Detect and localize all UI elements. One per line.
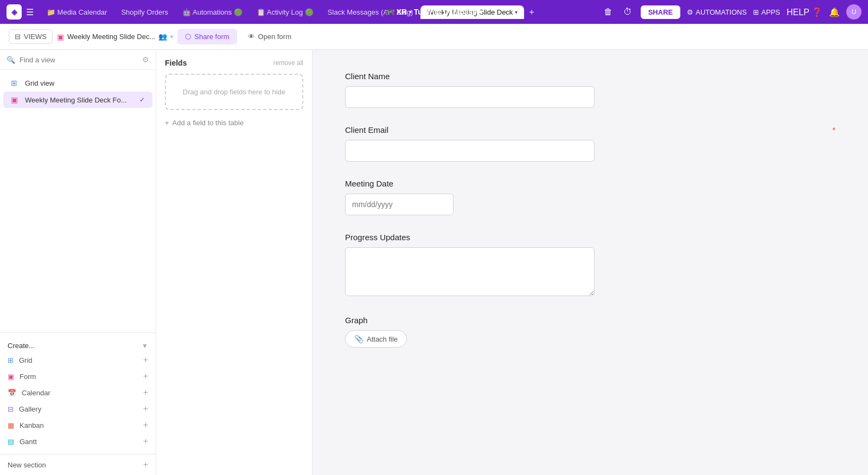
create-calendar-item[interactable]: 📅 Calendar +	[8, 384, 148, 401]
grid-view-icon: ⊞	[11, 79, 21, 87]
add-calendar-icon[interactable]: +	[143, 388, 148, 397]
create-form-item[interactable]: ▣ Form +	[8, 368, 148, 384]
views-toggle-button[interactable]: ⊟ VIEWS	[9, 29, 53, 44]
fields-title: Fields	[165, 59, 187, 67]
add-tab-icon[interactable]: ＋	[525, 4, 538, 20]
gantt-icon: ▤	[8, 438, 14, 446]
automations-button[interactable]: ⚙ AUTOMATIONS	[687, 8, 746, 16]
breadcrumb: ▣ Weekly Meeting Slide Dec... 👥 ▾	[57, 33, 173, 41]
form-field-progress-updates: Progress Updates	[345, 233, 835, 298]
user-avatar[interactable]: U	[846, 4, 861, 20]
top-nav: ◈ ☰ 📁 Media Calendar Shopify Orders 🤖 Au…	[0, 0, 868, 24]
nav-tab-dropdown-icon[interactable]: ▾	[515, 9, 518, 15]
nav-tabs: 📁 Media Calendar Shopify Orders 🤖 Automa…	[40, 4, 599, 20]
create-item-label: Calendar	[22, 389, 50, 397]
client-name-input[interactable]	[345, 86, 595, 108]
bell-icon[interactable]: 🔔	[829, 7, 840, 17]
form-field-meeting-date: Meeting Date	[345, 179, 835, 215]
create-chevron-icon[interactable]: ▼	[142, 342, 148, 350]
client-email-label: Client Email *	[345, 125, 835, 134]
nav-tab-shopify-orders[interactable]: Shopify Orders	[114, 5, 175, 19]
nav-tab-automations[interactable]: 🤖 Automations 🟢	[176, 5, 249, 19]
add-gantt-icon[interactable]: +	[143, 437, 148, 446]
nav-tab-media-calendar[interactable]: 📁 Media Calendar	[40, 5, 113, 19]
attach-file-button[interactable]: 📎 Attach file	[345, 330, 407, 348]
form-icon: ▣	[57, 33, 64, 41]
remove-all-button[interactable]: remove all	[273, 59, 303, 67]
automations-icon: ⚙	[687, 8, 693, 16]
nav-tab-label: Shopify Orders	[121, 8, 168, 16]
create-gallery-item[interactable]: ⊟ Gallery +	[8, 401, 148, 417]
settings-icon[interactable]: ⚙	[142, 55, 149, 64]
add-form-icon[interactable]: +	[143, 371, 148, 381]
sidebar-divider	[0, 332, 156, 333]
create-item-label: Gallery	[19, 405, 41, 413]
calendar-icon: 📅	[8, 389, 16, 397]
new-section-row[interactable]: New section +	[0, 454, 156, 475]
db-title: 🎮 XR • Tutorial Database ▾	[385, 8, 483, 16]
create-section: Create... ▼ ⊞ Grid + ▣ Form + 📅 Calendar…	[0, 337, 156, 454]
nav-tab-label: 🤖 Automations 🟢	[182, 8, 242, 16]
main-layout: 🔍 ⚙ ⊞ Grid view ▣ Weekly Meeting Slide D…	[0, 50, 868, 475]
share-button[interactable]: SHARE	[641, 5, 681, 19]
help-text[interactable]: HELP ❓	[787, 7, 822, 17]
gallery-icon: ⊟	[8, 405, 14, 413]
form-icon: ▣	[8, 373, 14, 381]
create-header: Create... ▼	[8, 342, 148, 350]
create-item-label: Gantt	[20, 438, 37, 446]
views-icon: ⊟	[15, 33, 21, 41]
client-email-input[interactable]	[345, 140, 595, 162]
progress-updates-label: Progress Updates	[345, 233, 835, 242]
sidebar-item-form-view[interactable]: ▣ Weekly Meeting Slide Deck Fo... ✓	[3, 92, 152, 108]
eye-icon: 👁	[248, 33, 255, 41]
nav-tab-activity-log[interactable]: 📋 Activity Log 🟢	[250, 5, 320, 19]
add-gallery-icon[interactable]: +	[143, 404, 148, 414]
breadcrumb-people-icon: 👥	[158, 33, 167, 41]
share-form-button[interactable]: ⬡ Share form	[177, 29, 237, 44]
create-kanban-item[interactable]: ▦ Kanban +	[8, 417, 148, 433]
sidebar-item-label: Grid view	[25, 79, 54, 87]
hamburger-icon[interactable]: ☰	[26, 7, 34, 17]
sidebar: 🔍 ⚙ ⊞ Grid view ▣ Weekly Meeting Slide D…	[0, 50, 156, 475]
sidebar-search-area: 🔍 ⚙	[0, 50, 156, 70]
form-field-client-name: Client Name	[345, 72, 835, 108]
kanban-icon: ▦	[8, 421, 14, 429]
create-item-label: Kanban	[20, 421, 44, 429]
form-field-client-email: Client Email *	[345, 125, 835, 162]
open-form-button[interactable]: 👁 Open form	[241, 29, 298, 44]
apps-icon: ⊞	[753, 8, 759, 16]
form-field-graph: Graph 📎 Attach file	[345, 316, 835, 348]
fields-header: Fields remove all	[165, 59, 303, 67]
share-form-icon: ⬡	[185, 33, 191, 41]
breadcrumb-name: Weekly Meeting Slide Dec...	[67, 33, 155, 41]
create-gantt-item[interactable]: ▤ Gantt +	[8, 433, 148, 450]
add-field-button[interactable]: + Add a field to this table	[165, 117, 303, 129]
toolbar: ⊟ VIEWS ▣ Weekly Meeting Slide Dec... 👥 …	[0, 24, 868, 50]
history-icon[interactable]: ⏱	[621, 5, 634, 19]
drop-zone-text: Drag and drop fields here to hide	[183, 88, 285, 96]
progress-updates-input[interactable]	[345, 247, 595, 296]
plus-icon: +	[165, 119, 169, 127]
views-label: VIEWS	[24, 33, 47, 41]
fields-panel: Fields remove all Drag and drop fields h…	[156, 50, 312, 475]
views-list: ⊞ Grid view ▣ Weekly Meeting Slide Deck …	[0, 70, 156, 328]
app-logo[interactable]: ◈	[7, 4, 22, 20]
add-grid-icon[interactable]: +	[143, 355, 148, 365]
paperclip-icon: 📎	[354, 335, 363, 343]
trash-icon[interactable]: 🗑	[602, 5, 615, 19]
create-grid-item[interactable]: ⊞ Grid +	[8, 352, 148, 368]
add-section-icon[interactable]: +	[143, 460, 148, 470]
breadcrumb-dropdown-icon[interactable]: ▾	[170, 34, 173, 40]
grid-icon: ⊞	[8, 356, 14, 364]
meeting-date-input[interactable]	[345, 194, 454, 215]
add-kanban-icon[interactable]: +	[143, 420, 148, 430]
form-area: Client Name Client Email * Meeting Date …	[312, 50, 868, 475]
top-nav-right: 🗑 ⏱ SHARE ⚙ AUTOMATIONS ⊞ APPS HELP ❓ 🔔 …	[602, 4, 861, 20]
sidebar-item-grid-view[interactable]: ⊞ Grid view	[3, 75, 152, 91]
fields-drop-zone: Drag and drop fields here to hide	[165, 74, 303, 110]
sidebar-item-label: Weekly Meeting Slide Deck Fo...	[25, 96, 127, 104]
active-check-icon: ✓	[139, 96, 145, 104]
apps-button[interactable]: ⊞ APPS	[753, 8, 780, 16]
search-input[interactable]	[20, 56, 138, 64]
form-view-icon: ▣	[11, 95, 21, 104]
